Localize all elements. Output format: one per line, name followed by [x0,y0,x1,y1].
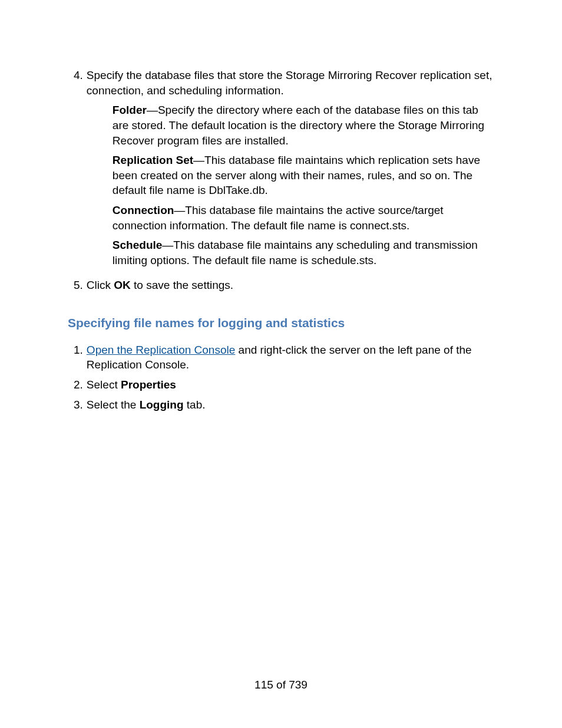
text-pre: Select [87,378,121,391]
list-item-4: 4. Specify the database files that store… [68,68,497,273]
list-number: 1. [68,342,87,373]
term-label: Folder [113,104,147,116]
text-post: tab. [184,398,206,411]
list-item-1: 1. Open the Replication Console and righ… [68,342,497,373]
term-label: Schedule [113,239,162,251]
procedure-list-1: 4. Specify the database files that store… [68,68,497,292]
sub-item-folder: Folder—Specify the directory where each … [113,103,496,148]
list-item-5: 5. Click OK to save the settings. [68,278,497,293]
list-item-3: 3. Select the Logging tab. [68,397,497,413]
list-number: 3. [68,397,87,413]
list-number: 4. [68,68,87,273]
text-bold-ok: OK [114,279,131,291]
list-item-body: Open the Replication Console and right-c… [87,342,497,373]
page-number: 115 of 739 [0,677,562,693]
link-open-replication-console[interactable]: Open the Replication Console [87,344,235,356]
text-pre: Click [87,279,114,291]
list-number: 2. [68,377,87,393]
text-bold-logging: Logging [140,398,184,411]
list-item-text: Specify the database files that store th… [87,68,497,98]
procedure-list-2: 1. Open the Replication Console and righ… [68,342,497,413]
section-heading: Specifying file names for logging and st… [68,315,497,331]
list-item-body: Select the Logging tab. [87,397,497,413]
term-label: Connection [113,204,174,216]
list-item-body: Select Properties [87,377,497,393]
sub-item-schedule: Schedule—This database file maintains an… [113,238,496,268]
sub-items-group: Folder—Specify the directory where each … [87,103,497,268]
text-bold-properties: Properties [121,378,176,391]
page-content: 4. Specify the database files that store… [68,68,497,412]
text-pre: Select the [87,398,140,411]
term-label: Replication Set [113,154,193,166]
term-description: —This database file maintains any schedu… [113,239,478,266]
sub-item-connection: Connection—This database file maintains … [113,203,496,233]
list-item-body: Specify the database files that store th… [87,68,497,273]
list-item-body: Click OK to save the settings. [87,278,497,293]
list-item-2: 2. Select Properties [68,377,497,393]
text-post: to save the settings. [131,279,233,291]
sub-item-replication-set: Replication Set—This database file maint… [113,153,496,198]
list-number: 5. [68,278,87,293]
term-description: —Specify the directory where each of the… [113,104,484,146]
